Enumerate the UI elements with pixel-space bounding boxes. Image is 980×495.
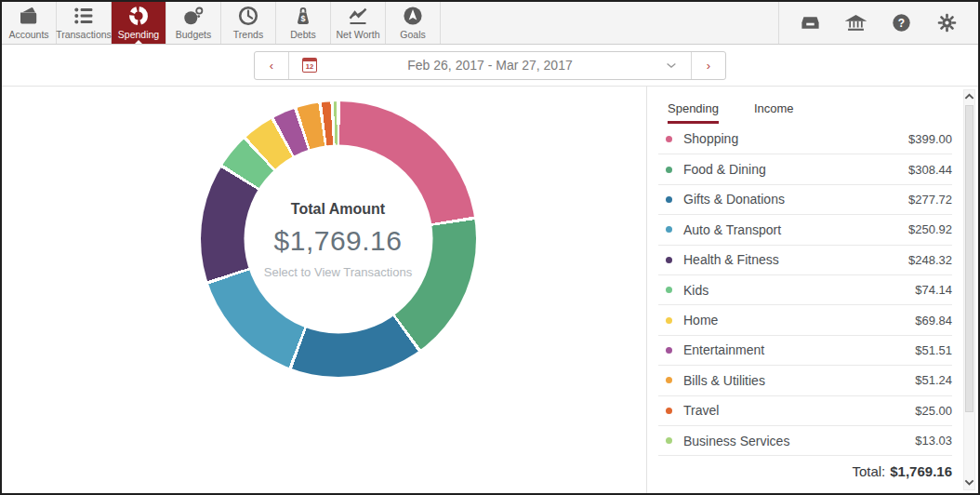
category-label: Bills & Utilities <box>683 373 915 388</box>
category-row[interactable]: Food & Dining$308.44 <box>658 154 952 183</box>
category-label: Auto & Transport <box>683 222 908 237</box>
date-range-picker: ‹ 12 Feb 26, 2017 - Mar 27, 2017 › <box>254 51 726 80</box>
panel-total-value: $1,769.16 <box>890 463 952 479</box>
spending-donut-chart[interactable]: Total Amount $1,769.16 Select to View Tr… <box>201 101 476 377</box>
category-row[interactable]: Shopping$399.00 <box>658 124 952 154</box>
chart-hint-text: Select to View Transactions <box>264 264 412 278</box>
nav-tab-label: Accounts <box>8 29 48 40</box>
gear-icon[interactable] <box>936 12 958 33</box>
panel-total-row: Total: $1,769.16 <box>658 455 952 487</box>
main-content: Total Amount $1,769.16 Select to View Tr… <box>2 87 978 493</box>
budgets-bubbles-icon <box>182 4 205 28</box>
category-row[interactable]: Travel$25.00 <box>658 395 952 425</box>
top-nav: AccountsTransactionsSpendingBudgetsTrend… <box>2 2 978 45</box>
category-amount: $74.14 <box>915 283 952 297</box>
panel-scrollbar[interactable] <box>963 89 975 490</box>
category-amount: $51.24 <box>915 373 952 387</box>
category-amount: $277.72 <box>908 193 952 207</box>
category-amount: $69.84 <box>915 314 952 328</box>
panel-tab-income[interactable]: Income <box>754 101 794 124</box>
category-color-dot <box>666 167 672 173</box>
total-amount-label: Total Amount <box>291 200 385 217</box>
category-label: Travel <box>683 403 915 418</box>
prev-period-button[interactable]: ‹ <box>255 52 289 79</box>
weight-dollar-icon: $ <box>292 4 314 28</box>
category-label: Kids <box>683 283 915 298</box>
category-row[interactable]: Gifts & Donations$277.72 <box>658 184 952 214</box>
category-row[interactable]: Auto & Transport$250.92 <box>658 214 952 244</box>
category-row[interactable]: Bills & Utilities$51.24 <box>658 365 952 395</box>
nav-tab-spending[interactable]: Spending <box>112 2 166 44</box>
panel-tab-spending[interactable]: Spending <box>668 101 719 124</box>
category-label: Health & Fitness <box>683 252 908 267</box>
bank-icon[interactable] <box>845 12 867 33</box>
nav-tab-debts[interactable]: $Debts <box>276 2 331 44</box>
category-color-dot <box>666 136 672 142</box>
category-color-dot <box>666 408 672 414</box>
category-amount: $13.03 <box>915 434 952 448</box>
category-color-dot <box>666 226 672 233</box>
chevron-down-icon <box>665 59 678 72</box>
category-amount: $308.44 <box>908 163 952 177</box>
panel-tabs: SpendingIncome <box>658 87 952 124</box>
scrollbar-thumb[interactable] <box>965 105 973 412</box>
next-period-button[interactable]: › <box>691 52 725 79</box>
app-window: AccountsTransactionsSpendingBudgetsTrend… <box>0 0 980 495</box>
wallet-icon <box>18 4 40 28</box>
category-amount: $250.92 <box>908 222 952 236</box>
nav-tab-net-worth[interactable]: Net Worth <box>331 2 386 44</box>
panel-total-label: Total: <box>852 463 885 479</box>
clock-icon <box>237 4 259 28</box>
category-label: Food & Dining <box>683 162 908 177</box>
nav-tab-label: Spending <box>118 29 159 40</box>
donut-center: Total Amount $1,769.16 Select to View Tr… <box>244 145 432 334</box>
category-row[interactable]: Health & Fitness$248.32 <box>658 245 952 274</box>
category-color-dot <box>666 196 672 203</box>
category-amount: $51.51 <box>915 343 952 357</box>
date-range-dropdown[interactable]: 12 Feb 26, 2017 - Mar 27, 2017 <box>289 52 691 79</box>
nav-tab-label: Transactions <box>56 29 112 40</box>
donut-chart-icon <box>127 4 150 28</box>
date-row: ‹ 12 Feb 26, 2017 - Mar 27, 2017 › <box>2 45 978 87</box>
category-label: Gifts & Donations <box>683 192 908 207</box>
nav-tab-label: Net Worth <box>336 29 379 40</box>
category-row[interactable]: Home$69.84 <box>658 304 952 334</box>
category-label: Entertainment <box>683 342 915 357</box>
category-panel: SpendingIncome Shopping$399.00Food & Din… <box>646 87 978 493</box>
nav-tab-label: Budgets <box>176 29 212 40</box>
nav-tab-goals[interactable]: Goals <box>386 2 441 44</box>
nav-tab-trends[interactable]: Trends <box>221 2 276 44</box>
category-color-dot <box>666 257 672 263</box>
chart-area: Total Amount $1,769.16 Select to View Tr… <box>2 87 646 493</box>
nav-tab-label: Trends <box>233 29 263 40</box>
inbox-icon[interactable] <box>800 12 821 33</box>
nav-tab-label: Goals <box>400 29 425 40</box>
list-icon <box>73 4 95 28</box>
calendar-icon: 12 <box>302 58 317 73</box>
nav-tab-budgets[interactable]: Budgets <box>166 2 221 44</box>
total-amount-value: $1,769.16 <box>274 224 403 256</box>
nav-tab-transactions[interactable]: Transactions <box>57 2 112 44</box>
date-range-text: Feb 26, 2017 - Mar 27, 2017 <box>289 58 691 73</box>
scroll-up-icon[interactable] <box>964 91 974 102</box>
category-color-dot <box>666 377 672 383</box>
category-label: Business Services <box>683 434 915 448</box>
category-row[interactable]: Entertainment$51.51 <box>658 335 952 365</box>
category-list: Shopping$399.00Food & Dining$308.44Gifts… <box>658 124 952 455</box>
category-color-dot <box>666 347 672 354</box>
nav-spacer <box>441 2 779 44</box>
compass-icon <box>402 4 424 28</box>
category-color-dot <box>666 287 672 293</box>
nav-tab-accounts[interactable]: Accounts <box>2 2 57 44</box>
nav-right-icons: ? <box>779 2 978 44</box>
scroll-down-icon[interactable] <box>964 477 974 488</box>
category-label: Home <box>683 313 915 328</box>
nav-tabs: AccountsTransactionsSpendingBudgetsTrend… <box>2 2 441 44</box>
svg-text:$: $ <box>300 14 305 23</box>
category-amount: $399.00 <box>908 132 952 146</box>
category-amount: $248.32 <box>908 253 952 267</box>
help-icon[interactable]: ? <box>891 12 912 33</box>
line-chart-icon <box>347 4 369 28</box>
category-row[interactable]: Business Services$13.03 <box>658 425 952 455</box>
category-row[interactable]: Kids$74.14 <box>658 274 952 304</box>
